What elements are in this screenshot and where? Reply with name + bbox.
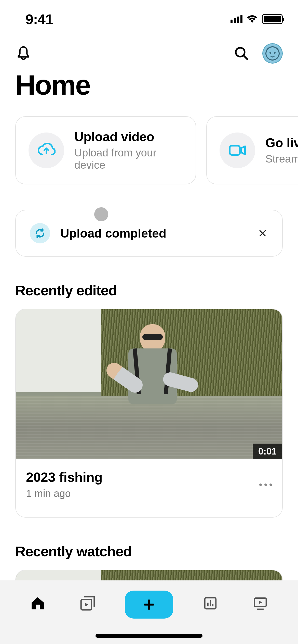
upload-video-card[interactable]: Upload video Upload from your device [15, 116, 196, 184]
bottom-tab-bar [0, 580, 298, 644]
video-camera-icon [220, 133, 255, 168]
status-time: 9:41 [25, 11, 53, 27]
cloud-upload-icon [29, 133, 64, 168]
plus-icon [143, 598, 155, 611]
dismiss-banner-button[interactable] [257, 228, 268, 239]
upload-status-text: Upload completed [60, 226, 247, 240]
profile-avatar-button[interactable] [262, 43, 283, 64]
bar-chart-icon [203, 596, 218, 611]
tab-watch[interactable] [248, 591, 273, 616]
refresh-icon [30, 223, 50, 243]
upload-video-title: Upload video [74, 129, 183, 144]
tab-create-button[interactable] [125, 591, 173, 619]
wifi-icon [247, 15, 257, 23]
search-icon [234, 46, 249, 61]
recently-edited-video-card[interactable]: 0:01 2023 fishing 1 min ago [15, 309, 283, 518]
svg-rect-2 [230, 146, 240, 155]
status-bar: 9:41 [0, 0, 298, 33]
go-live-card[interactable]: Go live Stream a [206, 116, 298, 184]
tab-library[interactable] [75, 591, 100, 616]
avatar-face-icon [265, 46, 280, 61]
video-duration-badge: 0:01 [253, 444, 282, 459]
monitor-play-icon [252, 595, 268, 611]
tab-home[interactable] [25, 591, 50, 616]
upload-video-subtitle: Upload from your device [74, 147, 183, 171]
video-thumbnail[interactable]: 0:01 [16, 309, 282, 459]
recently-watched-heading: Recently watched [0, 518, 298, 570]
search-button[interactable] [233, 45, 250, 62]
quick-actions-row[interactable]: Upload video Upload from your device Go … [0, 116, 298, 184]
upload-status-banner[interactable]: Upload completed [15, 210, 283, 257]
video-title: 2023 fishing [26, 470, 103, 485]
header-toolbar [0, 33, 298, 69]
page-title: Home [0, 69, 298, 116]
home-icon [30, 595, 46, 611]
tab-analytics[interactable] [198, 591, 223, 616]
go-live-title: Go live [265, 136, 298, 150]
dots-icon [259, 484, 262, 486]
status-icons [231, 14, 283, 24]
recently-edited-heading: Recently edited [0, 257, 298, 309]
home-indicator[interactable] [96, 634, 202, 638]
cellular-signal-icon [231, 15, 242, 23]
go-live-subtitle: Stream a [265, 153, 298, 165]
video-timestamp: 1 min ago [26, 488, 103, 499]
video-more-button[interactable] [259, 484, 272, 486]
notifications-button[interactable] [15, 45, 32, 62]
close-icon [258, 229, 267, 238]
thumbnail-scene [16, 309, 282, 459]
video-stack-icon [80, 595, 96, 611]
bell-icon [16, 46, 31, 61]
battery-icon [262, 14, 283, 24]
svg-line-1 [243, 55, 247, 59]
touch-indicator [94, 207, 108, 221]
